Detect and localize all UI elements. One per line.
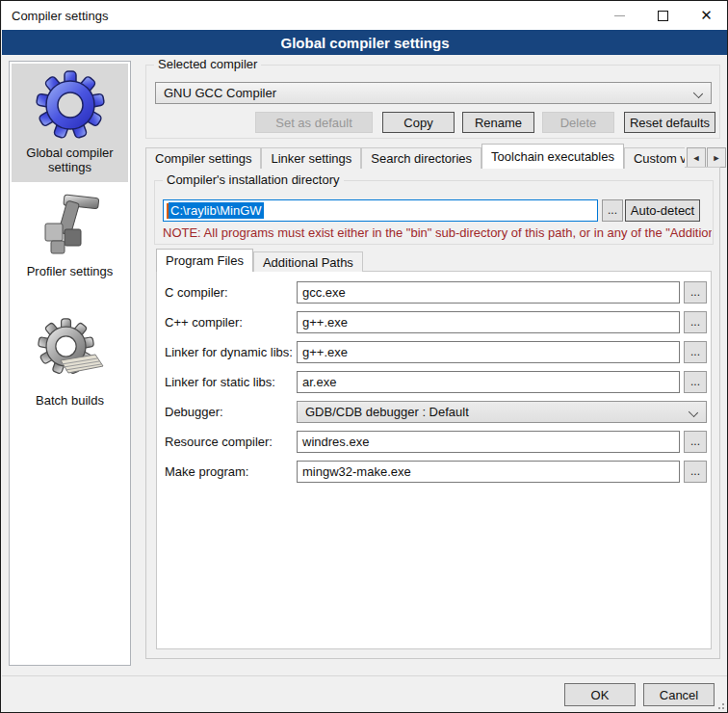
tab-linker-settings[interactable]: Linker settings xyxy=(261,147,361,169)
reset-defaults-button[interactable]: Reset defaults xyxy=(624,112,715,133)
maximize-button[interactable] xyxy=(641,2,685,30)
sidebar-item-batch-builds[interactable]: Batch builds xyxy=(12,311,128,415)
rename-button[interactable]: Rename xyxy=(462,112,534,133)
gear-stack-icon xyxy=(36,318,105,387)
c-compiler-label: C compiler: xyxy=(165,281,228,304)
make-program-browse-button[interactable]: ... xyxy=(684,461,707,483)
installation-directory-group: Compiler's installation directory C:\ray… xyxy=(154,180,714,245)
c-compiler-input[interactable]: gcc.exe xyxy=(297,281,680,304)
debugger-select[interactable]: GDB/CDB debugger : Default xyxy=(297,401,707,423)
close-icon: ✕ xyxy=(700,7,713,24)
tab-scroll-right-button[interactable]: ► xyxy=(707,147,726,168)
tab-custom-variables[interactable]: Custom variables xyxy=(624,147,685,169)
minimize-icon xyxy=(614,15,625,16)
program-files-panel: C compiler: gcc.exe ... C++ compiler: g+… xyxy=(156,271,712,649)
compiler-tabs: Compiler settings Linker settings Search… xyxy=(145,144,685,169)
resource-compiler-browse-button[interactable]: ... xyxy=(684,431,707,453)
sidebar-item-label: Global compiler settings xyxy=(26,145,113,174)
make-program-input[interactable]: mingw32-make.exe xyxy=(297,461,680,483)
chevron-down-icon xyxy=(693,89,703,98)
maximize-icon xyxy=(658,11,668,21)
resource-compiler-input[interactable]: windres.exe xyxy=(297,431,680,453)
dynamic-linker-label: Linker for dynamic libs: xyxy=(165,341,293,363)
tab-compiler-settings[interactable]: Compiler settings xyxy=(145,147,261,169)
sidebar-item-global-compiler-settings[interactable]: Global compiler settings xyxy=(12,64,128,182)
cpp-compiler-label: C++ compiler: xyxy=(165,311,243,333)
toolchain-executables-page: Compiler's installation directory C:\ray… xyxy=(145,167,720,659)
compiler-select-value: GNU GCC Compiler xyxy=(164,86,276,100)
bin-subdirectory-note: NOTE: All programs must exist either in … xyxy=(163,225,712,240)
ok-button[interactable]: OK xyxy=(564,683,636,706)
cancel-button[interactable]: Cancel xyxy=(643,683,715,706)
set-as-default-button[interactable]: Set as default xyxy=(255,112,373,133)
sidebar-item-label: Profiler settings xyxy=(27,264,114,278)
static-linker-browse-button[interactable]: ... xyxy=(684,371,707,393)
title-bar: Compiler settings ✕ xyxy=(2,1,728,30)
gear-blue-icon xyxy=(36,70,105,140)
installation-directory-browse-button[interactable]: ... xyxy=(602,199,623,222)
footer-divider xyxy=(2,675,728,676)
tab-search-directories[interactable]: Search directories xyxy=(361,147,481,169)
tab-toolchain-executables[interactable]: Toolchain executables xyxy=(481,144,624,169)
settings-category-list: Global compiler settings Profiler settin… xyxy=(9,61,131,666)
static-linker-input[interactable]: ar.exe xyxy=(297,371,680,393)
tab-scroll-left-button[interactable]: ◄ xyxy=(687,147,706,168)
debugger-select-value: GDB/CDB debugger : Default xyxy=(305,405,469,419)
chevron-down-icon xyxy=(689,408,698,417)
resize-grip[interactable] xyxy=(715,700,724,709)
dynamic-linker-browse-button[interactable]: ... xyxy=(684,341,707,363)
auto-detect-button[interactable]: Auto-detect xyxy=(625,199,700,222)
tab-program-files[interactable]: Program Files xyxy=(156,249,253,272)
cpp-compiler-input[interactable]: g++.exe xyxy=(297,311,680,333)
c-compiler-browse-button[interactable]: ... xyxy=(684,281,707,304)
cpp-compiler-browse-button[interactable]: ... xyxy=(684,311,707,333)
static-linker-label: Linker for static libs: xyxy=(165,371,275,393)
copy-button[interactable]: Copy xyxy=(382,112,455,133)
sidebar-item-profiler-settings[interactable]: Profiler settings xyxy=(12,182,128,286)
compiler-select[interactable]: GNU GCC Compiler xyxy=(155,82,712,104)
installation-directory-legend: Compiler's installation directory xyxy=(163,172,344,187)
selected-compiler-group: Selected compiler GNU GCC Compiler Set a… xyxy=(145,65,720,139)
delete-button[interactable]: Delete xyxy=(542,112,614,133)
selected-compiler-legend: Selected compiler xyxy=(154,57,261,71)
debugger-label: Debugger: xyxy=(165,401,223,423)
window-title: Compiler settings xyxy=(2,9,598,23)
compiler-settings-dialog: Compiler settings ✕ Global compiler sett… xyxy=(0,0,728,713)
sidebar-item-label: Batch builds xyxy=(36,393,104,408)
dynamic-linker-input[interactable]: g++.exe xyxy=(297,341,680,363)
installation-directory-input[interactable]: C:\raylib\MinGW xyxy=(163,199,598,222)
program-files-tabs: Program Files Additional Paths xyxy=(156,249,363,272)
page-title: Global compiler settings xyxy=(2,30,728,55)
resource-compiler-label: Resource compiler: xyxy=(165,431,273,453)
installation-directory-value: C:\raylib\MinGW xyxy=(169,202,264,219)
tab-additional-paths[interactable]: Additional Paths xyxy=(253,251,363,272)
make-program-label: Make program: xyxy=(165,461,248,483)
minimize-button[interactable] xyxy=(598,2,641,30)
caliper-icon xyxy=(36,189,105,258)
close-button[interactable]: ✕ xyxy=(685,2,728,30)
